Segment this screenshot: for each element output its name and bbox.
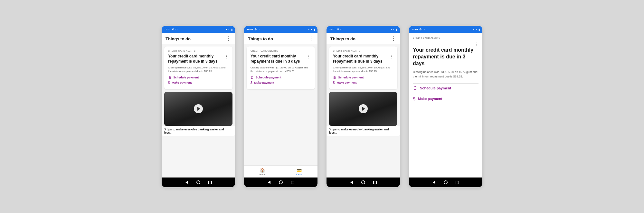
- card-body-3: Closing balance was -$1,185.00 on 15 Aug…: [333, 66, 393, 73]
- card-body-2: Closing balance was -$1,185.00 on 15 Aug…: [251, 66, 311, 73]
- make-payment-label-2: Make payment: [254, 81, 274, 84]
- more-icon-2[interactable]: ⋮: [308, 36, 314, 41]
- make-payment-label-1: Make payment: [172, 81, 192, 84]
- expanded-card-title-4: Your credit card monthly repayment is du…: [413, 47, 478, 67]
- phone-3: 10:01 ⚙ □ ▲▲ ▮ Things to do ⋮ CREDIT CAR…: [327, 26, 400, 187]
- expanded-card-body-4: Closing balance was -$1,185.00 on 15 Aug…: [413, 70, 478, 79]
- expanded-payment-label-4: Make payment: [418, 97, 442, 101]
- header-title-1: Things to do: [166, 36, 191, 41]
- card-header-row-2: Your credit card monthly repayment is du…: [251, 54, 311, 64]
- dollar-icon-2: $: [251, 81, 252, 85]
- time-3: 10:01: [329, 28, 336, 31]
- gear-icon-4: ⚙: [419, 28, 421, 31]
- schedule-label-2: Schedule payment: [256, 76, 281, 79]
- status-bar-2: 10:01 ⚙ □ ▲▲ ▮: [244, 26, 317, 33]
- schedule-payment-1[interactable]: 🗓 Schedule payment: [168, 76, 229, 79]
- expanded-card-label-4: CREDIT CARD ALERTS: [413, 37, 478, 39]
- more-icon-1[interactable]: ⋮: [226, 36, 231, 41]
- video-card-3[interactable]: [329, 92, 397, 126]
- home-button-1[interactable]: [196, 180, 201, 185]
- expanded-schedule-label-4: Schedule payment: [420, 86, 451, 90]
- play-button-3[interactable]: [359, 104, 368, 113]
- phones-container: 10:01 ⚙ □ ▲▲ ▮ Things to do ⋮ CREDIT CAR…: [0, 19, 644, 194]
- card-title-2: Your credit card monthly repayment is du…: [251, 54, 305, 64]
- expanded-card-content-4: CREDIT CARD ALERTS ⋮ Your credit card mo…: [409, 33, 482, 178]
- recents-button-1[interactable]: [207, 180, 213, 185]
- recents-button-3[interactable]: [372, 180, 377, 185]
- bottom-nav-1: [162, 178, 235, 187]
- back-button-1[interactable]: [184, 180, 189, 185]
- battery-icon-2: ▮: [314, 28, 315, 31]
- schedule-label-3: Schedule payment: [338, 76, 364, 79]
- more-icon-3[interactable]: ⋮: [391, 36, 396, 41]
- phone-1: 10:01 ⚙ □ ▲▲ ▮ Things to do ⋮ CREDIT CAR…: [162, 26, 235, 187]
- cards-tab-icon-2: 💳: [297, 168, 302, 173]
- bottom-nav-2: [244, 178, 317, 187]
- video-card-1[interactable]: [164, 92, 232, 126]
- back-button-3[interactable]: [349, 180, 354, 185]
- recents-button-4[interactable]: [455, 180, 460, 185]
- home-tab-icon-2: 🏠: [260, 168, 265, 173]
- time-2: 10:01: [247, 28, 253, 31]
- card-header-row-3: Your credit card monthly repayment is du…: [333, 54, 393, 64]
- app-content-3: Things to do ⋮ CREDIT CARD ALERTS Your c…: [327, 33, 400, 178]
- app-tab-bar-2: 🏠 Home 💳 Cards: [244, 165, 317, 178]
- home-button-2[interactable]: [278, 180, 283, 185]
- gear-icon-1: ⚙: [172, 28, 174, 31]
- phone-4: 10:01 ⚙ □ ▲▲ ▮ CREDIT CARD ALERTS ⋮ Your…: [409, 26, 482, 187]
- make-payment-3[interactable]: $ Make payment: [333, 81, 393, 85]
- expanded-dollar-icon-4: $: [413, 96, 415, 101]
- card-title-3: Your credit card monthly repayment is du…: [333, 54, 388, 64]
- app-header-3: Things to do ⋮: [327, 33, 400, 44]
- expanded-calendar-icon-4: 🗓: [413, 86, 417, 91]
- battery-icon-3: ▮: [396, 28, 397, 31]
- empty-space-2: [244, 92, 317, 165]
- cards-tab-label-2: Cards: [296, 173, 302, 176]
- card-more-1[interactable]: ⋮: [224, 54, 229, 59]
- play-triangle-3: [362, 107, 365, 111]
- bottom-nav-3: [327, 178, 400, 187]
- back-button-4[interactable]: [431, 180, 437, 185]
- time-1: 10:01: [164, 28, 171, 31]
- schedule-label-1: Schedule payment: [173, 76, 199, 79]
- make-payment-1[interactable]: $ Make payment: [168, 81, 229, 85]
- wifi-icon-3: ▲▲: [390, 28, 395, 31]
- tab-home-2[interactable]: 🏠 Home: [244, 168, 281, 176]
- card-title-1: Your credit card monthly repayment is du…: [168, 54, 223, 64]
- header-title-2: Things to do: [248, 36, 273, 41]
- card-more-2[interactable]: ⋮: [307, 54, 311, 59]
- home-button-3[interactable]: [361, 180, 366, 185]
- credit-card-alert-1: CREDIT CARD ALERTS Your credit card mont…: [164, 46, 232, 89]
- expanded-card-more-4[interactable]: ⋮: [474, 42, 478, 47]
- tab-cards-2[interactable]: 💳 Cards: [281, 168, 317, 176]
- recents-button-2[interactable]: [290, 180, 295, 185]
- card-body-1: Closing balance was -$1,185.00 on 15 Aug…: [168, 66, 229, 73]
- calendar-icon-3: 🗓: [333, 76, 336, 79]
- time-4: 10:01: [412, 28, 418, 31]
- expanded-payment-4[interactable]: $ Make payment: [413, 96, 478, 101]
- credit-card-alert-2: CREDIT CARD ALERTS Your credit card mont…: [247, 46, 315, 89]
- card-more-3[interactable]: ⋮: [389, 54, 393, 59]
- status-bar-1: 10:01 ⚙ □ ▲▲ ▮: [162, 26, 235, 33]
- status-bar-3: 10:01 ⚙ □ ▲▲ ▮: [327, 26, 400, 33]
- home-tab-label-2: Home: [260, 173, 266, 176]
- play-triangle-1: [197, 107, 200, 111]
- back-button-2[interactable]: [267, 180, 272, 185]
- video-caption-3: 3 tips to make everyday banking easier a…: [327, 126, 400, 136]
- expanded-schedule-4[interactable]: 🗓 Schedule payment: [413, 86, 478, 91]
- card-label-3: CREDIT CARD ALERTS: [333, 50, 393, 52]
- divider-4b: [413, 94, 478, 94]
- credit-card-alert-3: CREDIT CARD ALERTS Your credit card mont…: [329, 46, 397, 89]
- home-button-4[interactable]: [443, 180, 448, 185]
- play-button-1[interactable]: [194, 104, 203, 113]
- battery-icon-4: ▮: [478, 28, 480, 31]
- app-header-2: Things to do ⋮: [244, 33, 317, 44]
- wifi-icon-2: ▲▲: [308, 28, 313, 31]
- phone-2: 10:01 ⚙ □ ▲▲ ▮ Things to do ⋮ CREDIT CAR…: [244, 26, 317, 187]
- schedule-payment-3[interactable]: 🗓 Schedule payment: [333, 76, 393, 79]
- make-payment-2[interactable]: $ Make payment: [251, 81, 311, 85]
- app-content-1: Things to do ⋮ CREDIT CARD ALERTS Your c…: [162, 33, 235, 178]
- schedule-payment-2[interactable]: 🗓 Schedule payment: [251, 76, 311, 79]
- dollar-icon-3: $: [333, 81, 335, 85]
- video-caption-1: 3 tips to make everyday banking easier a…: [162, 126, 235, 136]
